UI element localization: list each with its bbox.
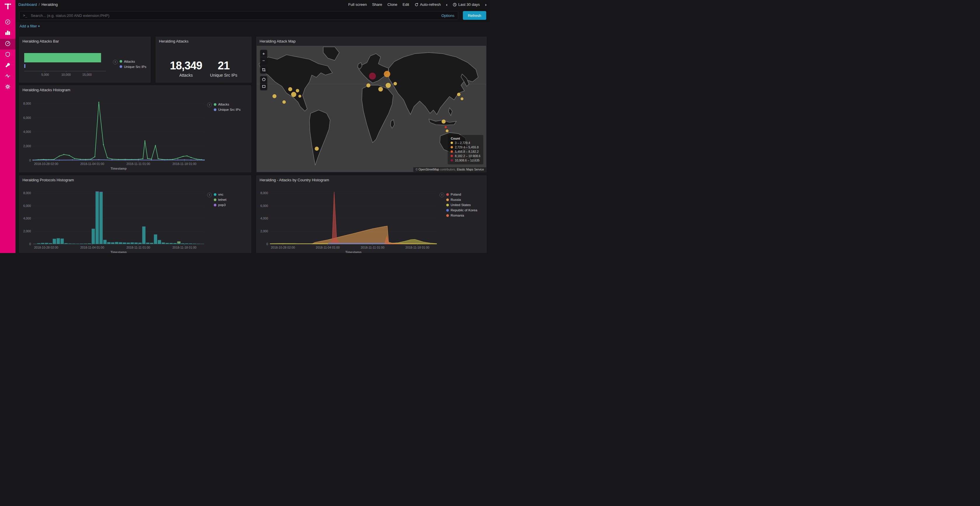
shield-icon [5,51,11,59]
attack-location-marker[interactable] [369,73,376,79]
legend-label: United States [450,203,471,207]
map-draw-polygon-button[interactable] [260,76,267,83]
legend-item[interactable]: Romania [446,214,477,217]
map-legend-row: 2,729.4 – 5,455.8 [450,146,480,149]
protocols-bar-chart[interactable]: 02,0004,0006,0008,0002018-10-28 02:00201… [19,184,207,253]
map-legend-color-dot [450,151,453,153]
time-range-picker[interactable]: Last 30 days [453,2,480,7]
attack-location-marker[interactable] [282,100,286,104]
svg-text:8,000: 8,000 [23,102,31,105]
metric-value: 21 [210,59,237,72]
legend-item[interactable]: Poland [446,193,477,196]
attack-location-marker[interactable] [445,129,449,132]
edit-button[interactable]: Edit [402,2,409,7]
sidebar-item-devtools[interactable] [0,60,16,71]
sidebar-item-dashboard[interactable] [0,39,16,49]
sidebar-item-security[interactable] [0,49,16,60]
svg-text:0: 0 [29,242,31,246]
map-draw-rectangle-button[interactable] [260,83,267,90]
sidebar-item-visualize[interactable] [0,28,16,39]
attack-location-marker[interactable] [444,126,447,128]
legend-label: Poland [450,193,461,196]
add-filter-link[interactable]: Add a filter+ [19,24,40,28]
svg-text:0: 0 [29,159,31,162]
panel-heralding-attack-map: Heralding Attack Map [256,37,487,172]
breadcrumb-dashboard-link[interactable]: Dashboard [18,2,37,7]
svg-text:2018-11-11 01:00: 2018-11-11 01:00 [127,162,151,165]
attack-location-marker[interactable] [457,93,461,96]
legend-item[interactable]: vnc [214,193,226,196]
legend-collapse-button[interactable] [439,193,444,197]
t-mobile-logo [4,3,12,11]
gear-icon [5,84,11,91]
svg-text:2018-10-28 02:00: 2018-10-28 02:00 [270,246,295,249]
legend-collapse-button[interactable] [207,103,212,107]
crop-icon [262,68,266,73]
legend-item[interactable]: United States [446,203,477,207]
attack-location-marker[interactable] [378,87,383,92]
refresh-button[interactable]: Refresh [463,11,486,20]
legend-item[interactable]: telnet [214,198,226,201]
legend-collapse-button[interactable] [113,60,118,64]
legend-label: Romania [450,214,464,217]
svg-text:6,000: 6,000 [261,204,268,208]
legend-item[interactable]: Unique Src IPs [214,108,240,111]
sidebar-item-discover[interactable] [0,17,16,28]
legend-item[interactable]: Attacks [214,103,240,106]
map-zoom-in-button[interactable]: + [260,50,267,57]
metric-value: 18,349 [170,59,202,72]
svg-text:2,000: 2,000 [23,229,31,233]
map-fit-bounds-button[interactable] [260,67,267,73]
legend-item[interactable]: Republic of Korea [446,208,477,212]
attack-location-marker[interactable] [272,94,277,98]
attack-location-marker[interactable] [461,97,463,100]
bar-chart-icon [5,30,11,37]
attack-location-marker[interactable] [315,147,319,151]
sidebar-item-monitoring[interactable] [0,71,16,82]
legend-item[interactable]: pop3 [214,203,226,207]
query-options-link[interactable]: Options [441,13,454,18]
map-legend-color-dot [450,142,453,144]
world-map-canvas[interactable]: + − [257,46,486,172]
svg-text:2018-11-04 01:00: 2018-11-04 01:00 [80,246,104,249]
map-legend-label: 10,908.6 – 13,635 [455,159,479,162]
auto-refresh-button[interactable]: Auto-refresh [414,2,441,7]
attacks-bar-chart[interactable]: 5,00010,00015,000 [22,50,108,78]
sidebar-item-management[interactable] [0,82,16,93]
attack-location-marker[interactable] [288,87,292,91]
legend-color-dot [214,103,216,106]
attack-location-marker[interactable] [296,89,299,92]
attack-location-marker[interactable] [298,95,301,98]
legend-item[interactable]: Attacks [119,60,146,63]
breadcrumb: Dashboard / Heralding [18,2,58,7]
legend-item[interactable]: Russia [446,198,477,201]
map-legend-title: Count [450,137,480,140]
attacks-line-chart[interactable]: 02,0004,0006,0008,0002018-10-28 02:00201… [19,94,207,172]
chart-legend: vnctelnetpop3 [207,184,251,253]
search-input[interactable] [30,13,438,18]
clone-button[interactable]: Clone [387,2,397,7]
attack-location-marker[interactable] [384,71,390,77]
map-legend-row: 10,908.6 – 13,635 [450,159,480,162]
metric-label: Attacks [170,73,202,78]
openstreetmap-link[interactable]: OpenStreetMap [418,168,439,171]
attack-location-marker[interactable] [393,82,397,86]
legend-item[interactable]: Unique Src IPs [119,65,146,68]
map-legend-row: 5,455.8 – 8,182.2 [450,150,480,153]
attack-location-marker[interactable] [386,83,391,88]
map-zoom-out-button[interactable]: − [260,57,267,64]
legend-collapse-button[interactable] [207,193,212,197]
svg-text:2018-11-18 01:00: 2018-11-18 01:00 [406,246,430,249]
panel-title: Heralding Attack Map [257,37,486,46]
panel-heralding-attacks-metric: Heralding Attacks 18,349 Attacks 21 Uniq… [156,37,251,82]
full-screen-button[interactable]: Full screen [348,2,367,7]
elastic-maps-service-link[interactable]: Elastic Maps Service [457,168,484,171]
attack-location-marker[interactable] [442,119,445,124]
country-area-chart[interactable]: 02,0004,0006,0008,0002018-10-28 02:00201… [257,184,439,253]
attack-location-marker[interactable] [366,83,371,87]
time-back-chevron[interactable] [446,2,447,7]
share-button[interactable]: Share [372,2,382,7]
legend-color-dot [446,209,449,212]
time-forward-chevron[interactable] [485,2,487,7]
attack-location-marker[interactable] [291,92,296,97]
